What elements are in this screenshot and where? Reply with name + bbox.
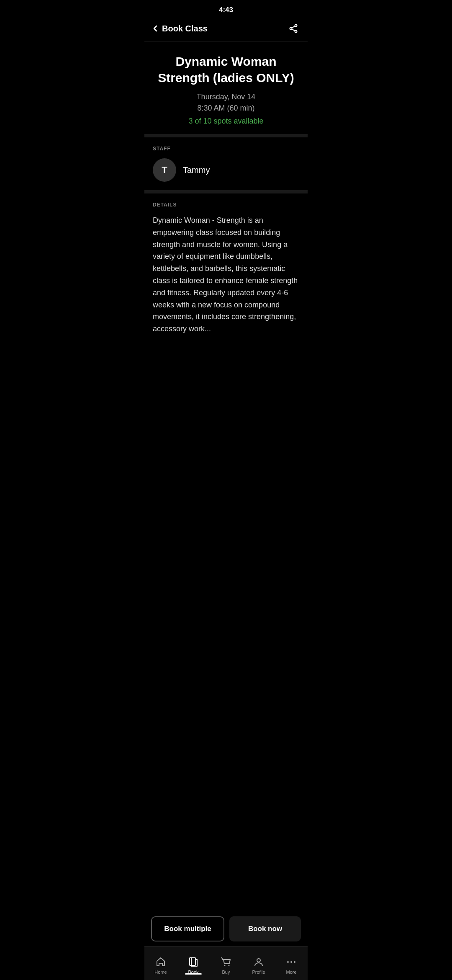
spots-available: 3 of 10 spots available [153,117,299,126]
details-section: DETAILS Dynamic Woman - Strength is an e… [144,193,308,394]
nav-title: Book Class [162,24,208,34]
status-time: 4:43 [219,6,233,14]
class-title: Dynamic Woman Strength (ladies ONLY) [153,53,299,86]
status-bar: 4:43 [144,0,308,18]
svg-line-4 [292,29,295,31]
staff-section: STAFF T Tammy [144,137,308,193]
class-time: 8:30 AM (60 min) [153,104,299,113]
details-section-label: DETAILS [153,202,299,208]
back-icon [151,24,159,33]
nav-bar: Book Class [144,18,308,41]
svg-line-3 [292,26,295,28]
svg-point-2 [295,31,297,33]
share-icon [288,23,298,34]
details-text: Dynamic Woman - Strength is an empowerin… [153,214,299,335]
staff-row: T Tammy [153,158,299,182]
staff-section-label: STAFF [153,146,299,152]
share-button[interactable] [286,21,301,36]
staff-avatar: T [153,158,176,182]
back-button[interactable]: Book Class [151,24,208,34]
class-date: Thursday, Nov 14 [153,93,299,101]
class-info-section: Dynamic Woman Strength (ladies ONLY) Thu… [144,41,308,137]
svg-point-1 [290,28,292,30]
staff-name: Tammy [183,165,210,175]
svg-point-0 [295,25,297,27]
